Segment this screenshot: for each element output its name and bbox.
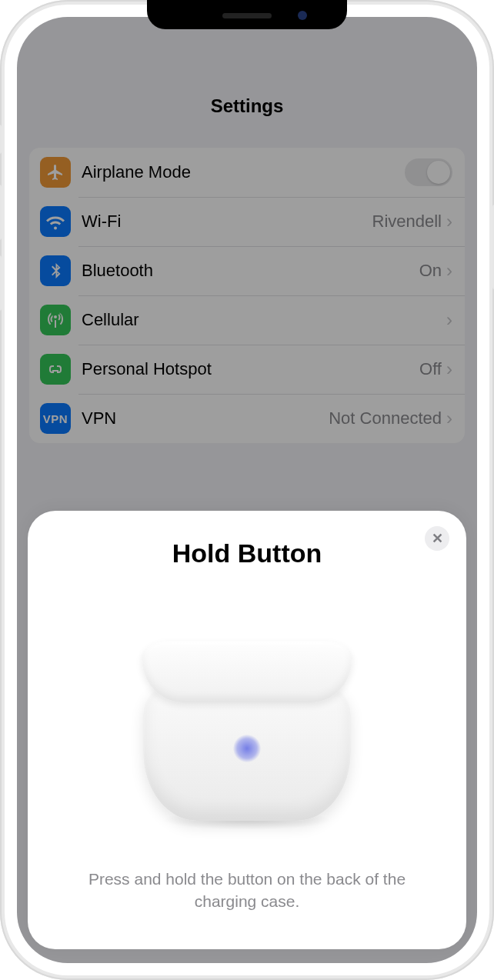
iphone-frame: Settings Airplane Mode Wi-Fi Rivendell › — [0, 0, 494, 980]
close-icon: ✕ — [432, 530, 443, 547]
screen: Settings Airplane Mode Wi-Fi Rivendell › — [17, 17, 477, 963]
mute-switch — [0, 125, 2, 154]
notch-camera — [298, 11, 307, 20]
volume-down-button — [0, 255, 2, 311]
sheet-description: Press and hold the button on the back of… — [54, 868, 440, 912]
pairing-sheet: ✕ Hold Button Press and hold the button … — [28, 511, 466, 949]
notch-speaker — [222, 13, 272, 18]
volume-up-button — [0, 185, 2, 240]
airpods-case-illustration — [54, 605, 440, 821]
sheet-title: Hold Button — [54, 538, 440, 568]
close-button[interactable]: ✕ — [425, 526, 449, 551]
pairing-light-indicator — [233, 735, 261, 762]
